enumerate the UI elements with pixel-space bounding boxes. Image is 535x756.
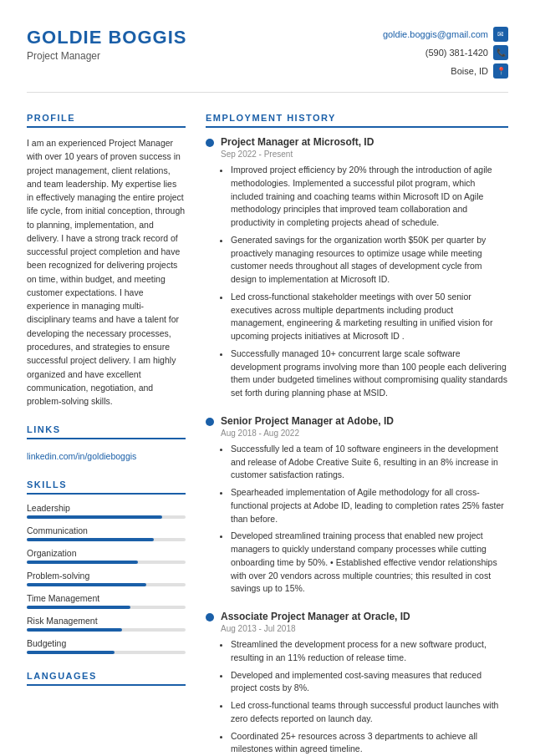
job-dot [206, 418, 214, 426]
location-icon: 📍 [493, 63, 508, 79]
bullet-item: Led cross-functional stakeholder meeting… [231, 291, 508, 343]
header-right: goldie.boggis@gmail.com ✉ (590) 381-1420… [383, 27, 508, 79]
employment-section-title: EMPLOYMENT HISTORY [206, 113, 508, 128]
job-title: Project Manager [27, 50, 186, 62]
skill-bar-fill [27, 538, 154, 541]
job-date: Sep 2022 - Present [221, 150, 508, 159]
location-text: Boise, ID [451, 66, 488, 76]
employment-section: EMPLOYMENT HISTORY Project Manager at Mi… [206, 113, 508, 756]
email-contact: goldie.boggis@gmail.com ✉ [383, 27, 508, 42]
linkedin-link[interactable]: linkedin.com/in/goldieboggis [27, 451, 136, 461]
job-title-text: Associate Project Manager at Oracle, ID [221, 611, 410, 622]
skill-name: Organization [27, 548, 186, 558]
bullet-item: Developed and implemented cost-saving me… [231, 669, 508, 696]
skill-name: Time Management [27, 593, 186, 603]
bullet-item: Led cross-functional teams through succe… [231, 699, 508, 726]
job-header: Project Manager at Microsoft, ID [206, 136, 508, 148]
skill-bar-fill [27, 561, 138, 564]
bullet-item: Streamlined the development process for … [231, 638, 508, 665]
bullet-item: Coordinated 25+ resources across 3 depar… [231, 730, 508, 757]
email-link[interactable]: goldie.boggis@gmail.com [383, 29, 488, 39]
job-bullets: Successfully led a team of 10 software e… [221, 443, 508, 596]
email-icon: ✉ [493, 27, 508, 42]
job-bullets: Streamlined the development process for … [221, 638, 508, 756]
job-dot [206, 613, 214, 622]
bullet-item: Successfully managed 10+ concurrent larg… [231, 348, 508, 400]
phone-contact: (590) 381-1420 📞 [425, 45, 508, 60]
job-item: Senior Project Manager at Adobe, ID Aug … [206, 415, 508, 596]
job-title-text: Senior Project Manager at Adobe, ID [221, 415, 394, 427]
job-dot [206, 139, 214, 147]
skill-item: Risk Management [27, 616, 186, 632]
header-left: GOLDIE BOGGIS Project Manager [27, 27, 186, 62]
skill-bar-fill [27, 515, 162, 519]
skill-bar-bg [27, 515, 186, 519]
resume-page: GOLDIE BOGGIS Project Manager goldie.bog… [0, 0, 535, 756]
phone-icon: 📞 [493, 45, 508, 60]
job-date: Aug 2013 - Jul 2018 [221, 624, 508, 633]
bullet-item: Improved project efficiency by 20% throu… [231, 164, 508, 230]
skill-item: Problem-solving [27, 571, 186, 586]
skills-section-title: SKILLS [27, 479, 186, 495]
job-date: Aug 2018 - Aug 2022 [221, 429, 508, 438]
skill-name: Communication [27, 525, 186, 535]
languages-section: LANGUAGES [27, 671, 186, 686]
profile-section-title: PROFILE [27, 113, 186, 128]
skill-bar-fill [27, 606, 130, 609]
job-bullets: Improved project efficiency by 20% throu… [221, 164, 508, 400]
job-header: Associate Project Manager at Oracle, ID [206, 611, 508, 622]
skill-bar-bg [27, 606, 186, 609]
bullet-item: Developed streamlined training process t… [231, 530, 508, 596]
skill-name: Problem-solving [27, 571, 186, 581]
bullet-item: Spearheaded implementation of Agile meth… [231, 486, 508, 525]
skill-bar-fill [27, 628, 122, 632]
job-title-text: Project Manager at Microsoft, ID [221, 136, 374, 148]
skill-bar-bg [27, 583, 186, 586]
skill-item: Leadership [27, 503, 186, 519]
header: GOLDIE BOGGIS Project Manager goldie.bog… [27, 27, 508, 93]
right-column: EMPLOYMENT HISTORY Project Manager at Mi… [206, 113, 508, 756]
skill-name: Budgeting [27, 638, 186, 648]
profile-text: I am an experienced Project Manager with… [27, 136, 186, 408]
profile-section: PROFILE I am an experienced Project Mana… [27, 113, 186, 408]
location-contact: Boise, ID 📍 [451, 63, 508, 79]
links-section: LINKS linkedin.com/in/goldieboggis [27, 424, 186, 463]
languages-section-title: LANGUAGES [27, 671, 186, 686]
skill-item: Communication [27, 525, 186, 541]
skill-item: Budgeting [27, 638, 186, 654]
skills-section: SKILLS Leadership Communication Organiza… [27, 479, 186, 654]
skill-item: Time Management [27, 593, 186, 609]
job-item: Project Manager at Microsoft, ID Sep 202… [206, 136, 508, 400]
skill-bar-bg [27, 538, 186, 541]
skill-name: Leadership [27, 503, 186, 513]
body: PROFILE I am an experienced Project Mana… [27, 113, 508, 756]
job-header: Senior Project Manager at Adobe, ID [206, 415, 508, 427]
full-name: GOLDIE BOGGIS [27, 27, 186, 48]
skill-bar-bg [27, 561, 186, 564]
links-section-title: LINKS [27, 424, 186, 439]
skill-item: Organization [27, 548, 186, 564]
jobs-list: Project Manager at Microsoft, ID Sep 202… [206, 136, 508, 756]
skill-bar-fill [27, 651, 115, 654]
phone-text: (590) 381-1420 [425, 48, 488, 58]
skill-bar-bg [27, 651, 186, 654]
bullet-item: Successfully led a team of 10 software e… [231, 443, 508, 482]
left-column: PROFILE I am an experienced Project Mana… [27, 113, 186, 756]
skills-list: Leadership Communication Organization Pr… [27, 503, 186, 654]
skill-name: Risk Management [27, 616, 186, 626]
job-item: Associate Project Manager at Oracle, ID … [206, 611, 508, 756]
bullet-item: Generated savings for the organization w… [231, 234, 508, 287]
skill-bar-bg [27, 628, 186, 632]
skill-bar-fill [27, 583, 146, 586]
